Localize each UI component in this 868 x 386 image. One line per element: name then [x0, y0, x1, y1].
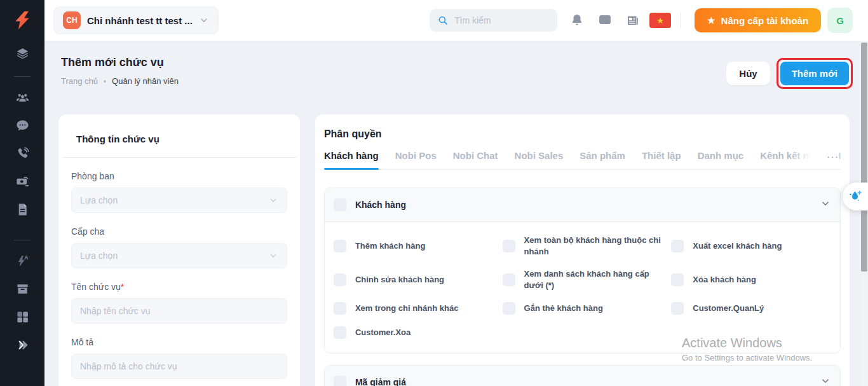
branch-label: Chi nhánh test tt test ...	[87, 15, 193, 26]
field-label: Cấp cha	[71, 226, 287, 237]
checkbox[interactable]	[334, 273, 346, 286]
notifications-button[interactable]	[569, 13, 585, 28]
sidebar-item-staff[interactable]	[0, 85, 44, 113]
money-icon	[15, 174, 30, 191]
permission-label: Xuất excel khách hàng	[693, 240, 782, 252]
checkbox[interactable]	[503, 302, 515, 315]
checkbox[interactable]	[334, 326, 346, 339]
checkbox[interactable]	[671, 240, 684, 252]
breadcrumb-home[interactable]: Trang chủ	[61, 76, 98, 86]
permission-label: Xem toàn bộ khách hàng thuộc chi nhánh	[524, 235, 663, 257]
top-header: CH Chi nhánh test tt test ... ★ ★ Nâng c…	[44, 0, 868, 41]
chevron-down-icon[interactable]	[820, 375, 831, 386]
section-body: Thêm khách hàng Xem toàn bộ khách hàng t…	[325, 221, 840, 353]
assistant-float-button[interactable]	[843, 183, 868, 210]
permission-item[interactable]: Xem danh sách khách hàng cấp dưới (*)	[503, 268, 663, 291]
tab-danh-muc[interactable]: Danh mục	[698, 150, 744, 161]
cancel-button[interactable]: Hủy	[726, 62, 770, 85]
permission-item[interactable]: Chỉnh sửa khách hàng	[334, 268, 494, 291]
permission-item[interactable]: Gắn thẻ khách hàng	[503, 302, 663, 315]
checkbox[interactable]	[334, 240, 346, 252]
breadcrumb-current: Quản lý nhân viên	[112, 76, 179, 86]
field-label: Phòng ban	[71, 171, 287, 181]
tab-kenh-ket-noi[interactable]: Kênh kết nối	[760, 150, 817, 161]
section-title: Mã giảm giá	[355, 377, 811, 386]
select-placeholder: Lựa chọn	[80, 195, 118, 205]
checkbox[interactable]	[671, 302, 684, 315]
submit-button[interactable]: Thêm mới	[780, 62, 849, 85]
sidebar-item-chat[interactable]	[0, 113, 44, 141]
tab-thiet-lap[interactable]: Thiết lập	[642, 150, 681, 161]
checkbox[interactable]	[334, 302, 346, 315]
search-input[interactable]	[454, 15, 543, 25]
position-name-input[interactable]	[71, 298, 287, 324]
field-parent-level: Cấp cha Lựa chọn	[71, 226, 287, 268]
department-select[interactable]: Lựa chọn	[71, 188, 287, 213]
section-checkbox[interactable]	[334, 376, 346, 386]
screen-share-button[interactable]	[597, 13, 613, 28]
tab-nobi-pos[interactable]: Nobi Pos	[395, 150, 437, 161]
app-logo[interactable]	[0, 0, 44, 41]
permission-item[interactable]: Thêm khách hàng	[334, 235, 494, 257]
field-label: Tên chức vụ*	[71, 282, 287, 292]
section-checkbox[interactable]	[334, 198, 346, 211]
permission-item[interactable]: Xem toàn bộ khách hàng thuộc chi nhánh	[503, 235, 663, 257]
permission-item[interactable]: Xuất excel khách hàng	[671, 235, 831, 257]
sidebar-item-call[interactable]	[0, 141, 44, 169]
permission-item[interactable]: Xóa khách hàng	[671, 268, 831, 291]
checkbox[interactable]	[671, 273, 684, 286]
scrollbar-thumb[interactable]	[861, 43, 867, 272]
sidebar-collapse-button[interactable]	[0, 332, 44, 360]
bell-icon	[569, 13, 585, 28]
tab-khach-hang[interactable]: Khách hàng	[324, 150, 379, 161]
chat-icon	[15, 118, 30, 135]
field-position-name: Tên chức vụ*	[71, 282, 287, 324]
divider	[62, 157, 296, 158]
tabs-more-button[interactable]: ···	[824, 151, 839, 162]
field-description: Mô tả	[71, 337, 287, 379]
tab-nobi-chat[interactable]: Nobi Chat	[453, 150, 498, 161]
checkbox[interactable]	[503, 240, 515, 252]
permission-item[interactable]: Xem trong chi nhánh khác	[334, 302, 494, 315]
chevron-down-icon[interactable]	[820, 198, 831, 212]
sidebar-item-dashboard[interactable]	[0, 41, 44, 69]
parent-level-select[interactable]: Lựa chọn	[71, 243, 287, 268]
main-content: Thêm mới chức vụ Trang chủ Quản lý nhân …	[44, 41, 868, 386]
apps-icon	[15, 310, 30, 327]
section-header[interactable]: Khách hàng	[325, 188, 840, 221]
permission-label: Gắn thẻ khách hàng	[524, 303, 603, 314]
form-title: Thông tin chức vụ	[76, 134, 287, 144]
screen-share-icon	[597, 13, 613, 28]
permission-label: Chỉnh sửa khách hàng	[355, 274, 444, 286]
permission-item[interactable]: Customer.Xoa	[334, 326, 494, 339]
active-tab-underline	[324, 168, 379, 170]
user-avatar[interactable]: G	[827, 8, 853, 33]
sidebar: A	[0, 0, 44, 386]
sidebar-item-documents[interactable]	[0, 196, 44, 224]
checkbox[interactable]	[503, 273, 515, 286]
sidebar-item-archive[interactable]	[0, 276, 44, 304]
permission-label: Xem trong chi nhánh khác	[355, 303, 459, 314]
sidebar-item-finance[interactable]	[0, 169, 44, 196]
team-icon	[15, 90, 30, 107]
search-icon	[437, 15, 449, 26]
language-flag-vietnam[interactable]: ★	[649, 13, 671, 28]
sidebar-item-apps[interactable]	[0, 304, 44, 332]
permissions-card: Phân quyền Khách hàng Nobi Pos Nobi Chat…	[315, 114, 850, 386]
vertical-scrollbar[interactable]	[860, 41, 868, 386]
tab-san-pham[interactable]: Sản phẩm	[580, 150, 625, 161]
sidebar-item-automation[interactable]: A	[0, 248, 44, 276]
description-input[interactable]	[71, 354, 287, 379]
upgrade-account-button[interactable]: ★ Nâng cấp tài khoản	[695, 8, 821, 32]
call-icon	[15, 146, 30, 163]
svg-text:A: A	[24, 254, 28, 260]
tab-nobi-sales[interactable]: Nobi Sales	[515, 150, 564, 161]
news-button[interactable]	[625, 13, 641, 28]
section-header[interactable]: Mã giảm giá	[325, 366, 840, 386]
lightning-logo-icon	[11, 10, 33, 31]
permission-section-khach-hang: Khách hàng Thêm khách hàng Xem toàn bộ k…	[324, 188, 841, 354]
branch-selector[interactable]: CH Chi nhánh test tt test ...	[53, 6, 219, 34]
permission-item[interactable]: Customer.QuanLý	[671, 302, 831, 315]
permission-label: Thêm khách hàng	[355, 240, 426, 252]
upgrade-label: Nâng cấp tài khoản	[721, 15, 809, 26]
